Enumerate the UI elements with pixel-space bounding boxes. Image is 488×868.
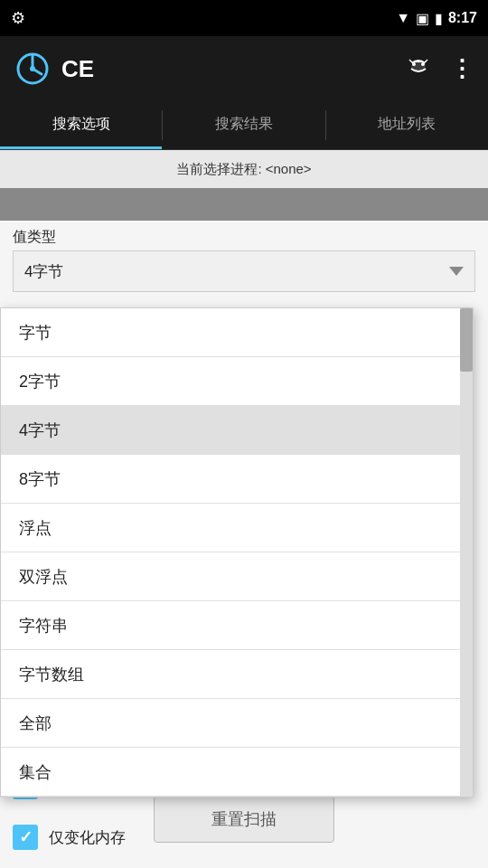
dropdown-item-float[interactable]: 浮点 bbox=[1, 504, 473, 552]
app-title: CE bbox=[61, 55, 394, 83]
dropdown-item-all[interactable]: 全部 bbox=[1, 699, 473, 748]
dropdown-scrollbar[interactable] bbox=[460, 308, 473, 797]
app-bar-icons: ⋮ bbox=[405, 52, 474, 86]
dropdown-item-double[interactable]: 双浮点 bbox=[1, 552, 473, 601]
scan-type-bar bbox=[0, 188, 488, 221]
status-time: 8:17 bbox=[448, 10, 477, 26]
tab-address-list[interactable]: 地址列表 bbox=[326, 101, 488, 149]
dropdown-item-8byte[interactable]: 8字节 bbox=[1, 455, 473, 504]
status-bar: ⚙ ▼ ▣ ▮ 8:17 bbox=[0, 0, 488, 36]
app-bar: CE ⋮ bbox=[0, 36, 488, 101]
dropdown-arrow-icon bbox=[449, 267, 464, 276]
dropdown-scrollbar-thumb bbox=[460, 308, 473, 372]
value-type-section: 值类型 4字节 bbox=[0, 221, 488, 299]
status-icons: ▼ ▣ ▮ 8:17 bbox=[396, 10, 477, 27]
svg-line-5 bbox=[409, 60, 413, 63]
dropdown-list[interactable]: 字节2字节4字节8字节浮点双浮点字符串字节数组全部集合 bbox=[0, 307, 474, 797]
more-options-icon[interactable]: ⋮ bbox=[450, 55, 474, 83]
reset-button-row: 重置扫描 bbox=[0, 796, 488, 843]
value-type-selected: 4字节 bbox=[24, 261, 63, 282]
tab-search-options[interactable]: 搜索选项 bbox=[0, 101, 162, 149]
svg-line-6 bbox=[424, 60, 427, 63]
signal-icon: ▣ bbox=[416, 10, 429, 27]
tab-search-options-label: 搜索选项 bbox=[52, 115, 110, 134]
dropdown-item-byte[interactable]: 字节 bbox=[1, 308, 473, 357]
status-bar-left-icon: ⚙ bbox=[11, 8, 25, 28]
tab-bar: 搜索选项 搜索结果 地址列表 bbox=[0, 101, 488, 150]
dropdown-item-group[interactable]: 集合 bbox=[1, 748, 473, 797]
tab-search-results[interactable]: 搜索结果 bbox=[163, 101, 324, 149]
value-type-label: 值类型 bbox=[13, 228, 475, 247]
battery-icon: ▮ bbox=[435, 10, 443, 27]
tab-address-list-label: 地址列表 bbox=[378, 115, 436, 134]
dropdown-item-4byte[interactable]: 4字节 bbox=[1, 406, 473, 455]
android-icon[interactable] bbox=[405, 52, 432, 86]
tab-search-results-label: 搜索结果 bbox=[215, 115, 273, 134]
process-text: 当前选择进程: <none> bbox=[176, 161, 311, 178]
dropdown-item-bytearray[interactable]: 字节数组 bbox=[1, 650, 473, 699]
dropdown-item-2byte[interactable]: 2字节 bbox=[1, 357, 473, 406]
process-bar[interactable]: 当前选择进程: <none> bbox=[0, 150, 488, 188]
svg-rect-4 bbox=[411, 62, 426, 71]
reset-scan-button[interactable]: 重置扫描 bbox=[154, 796, 334, 843]
dropdown-item-string[interactable]: 字符串 bbox=[1, 601, 473, 650]
app-logo bbox=[14, 51, 51, 87]
value-type-dropdown[interactable]: 4字节 bbox=[13, 250, 475, 292]
wifi-icon: ▼ bbox=[396, 10, 410, 26]
svg-point-1 bbox=[30, 66, 35, 71]
